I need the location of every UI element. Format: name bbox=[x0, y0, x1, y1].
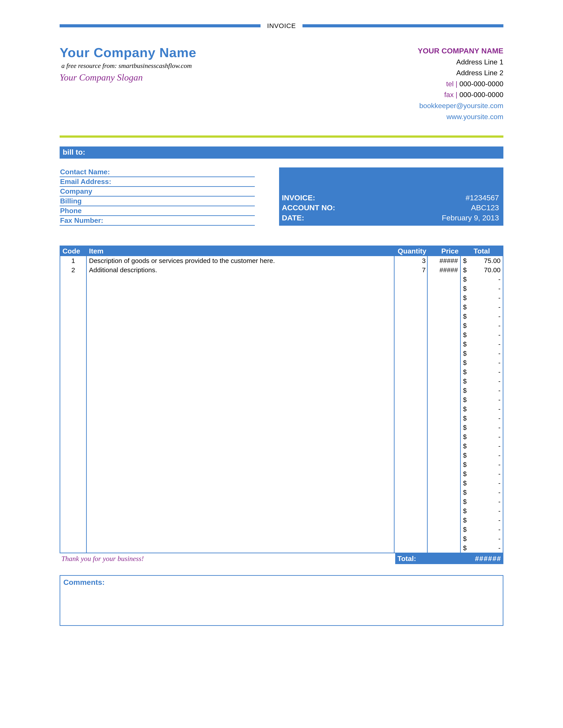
cell-item: Additional descriptions. bbox=[87, 265, 395, 275]
cell-item bbox=[87, 469, 395, 478]
invoice-meta-box: INVOICE:#1234567 ACCOUNT NO:ABC123 DATE:… bbox=[279, 167, 503, 226]
cell-price bbox=[428, 423, 461, 432]
table-row: 1Description of goods or services provid… bbox=[60, 256, 503, 265]
cell-item bbox=[87, 293, 395, 302]
divider-green bbox=[60, 135, 503, 138]
cell-code bbox=[60, 543, 87, 553]
table-row: $- bbox=[60, 497, 503, 506]
cell-qty bbox=[395, 516, 428, 525]
company-name-right: YOUR COMPANY NAME bbox=[418, 45, 503, 57]
company-slogan: Your Company Slogan bbox=[60, 72, 196, 83]
table-row: $- bbox=[60, 404, 503, 414]
cell-qty bbox=[395, 293, 428, 302]
cell-qty bbox=[395, 358, 428, 367]
cell-total: $- bbox=[461, 451, 503, 460]
cell-price bbox=[428, 506, 461, 516]
cell-price bbox=[428, 312, 461, 321]
field-contact: Contact Name: bbox=[60, 167, 255, 177]
cell-code bbox=[60, 367, 87, 377]
cell-qty bbox=[395, 478, 428, 488]
cell-code bbox=[60, 293, 87, 302]
cell-price bbox=[428, 404, 461, 414]
cell-code bbox=[60, 423, 87, 432]
cell-total: $- bbox=[461, 478, 503, 488]
cell-total: $- bbox=[461, 386, 503, 395]
cell-qty bbox=[395, 497, 428, 506]
table-row: $- bbox=[60, 488, 503, 497]
cell-item bbox=[87, 349, 395, 358]
cell-code bbox=[60, 506, 87, 516]
cell-total: $- bbox=[461, 349, 503, 358]
cell-total: $- bbox=[461, 321, 503, 330]
items-table: Code Item Quantity Price Total 1Descript… bbox=[60, 246, 503, 553]
cell-total: $- bbox=[461, 293, 503, 302]
invoice-number: #1234567 bbox=[466, 193, 499, 203]
field-email: Email Address: bbox=[60, 177, 255, 187]
cell-price bbox=[428, 432, 461, 441]
cell-price bbox=[428, 340, 461, 349]
cell-price bbox=[428, 497, 461, 506]
cell-qty bbox=[395, 525, 428, 534]
cell-item bbox=[87, 377, 395, 386]
cell-qty bbox=[395, 340, 428, 349]
col-item: Item bbox=[87, 246, 395, 256]
cell-code bbox=[60, 441, 87, 451]
fax-value: 000-000-0000 bbox=[458, 91, 503, 99]
title-bar-left bbox=[60, 24, 260, 27]
cell-price bbox=[428, 469, 461, 478]
cell-item bbox=[87, 460, 395, 469]
cell-total: $- bbox=[461, 395, 503, 404]
cell-qty bbox=[395, 312, 428, 321]
field-billing: Billing bbox=[60, 197, 255, 206]
invoice-date: February 9, 2013 bbox=[442, 213, 499, 223]
cell-item bbox=[87, 340, 395, 349]
cell-item bbox=[87, 414, 395, 423]
comments-label: Comments: bbox=[63, 578, 500, 587]
cell-qty bbox=[395, 460, 428, 469]
field-phone: Phone bbox=[60, 206, 255, 216]
table-row: $- bbox=[60, 377, 503, 386]
table-row: $- bbox=[60, 543, 503, 553]
cell-total: $- bbox=[461, 340, 503, 349]
cell-code bbox=[60, 275, 87, 284]
cell-total: $- bbox=[461, 414, 503, 423]
cell-total: $- bbox=[461, 367, 503, 377]
items-body: 1Description of goods or services provid… bbox=[60, 256, 503, 553]
cell-total: $- bbox=[461, 423, 503, 432]
cell-code bbox=[60, 395, 87, 404]
cell-qty bbox=[395, 377, 428, 386]
col-code: Code bbox=[60, 246, 87, 256]
cell-code bbox=[60, 478, 87, 488]
cell-code bbox=[60, 330, 87, 340]
table-row: $- bbox=[60, 302, 503, 312]
cell-price bbox=[428, 414, 461, 423]
table-row: $- bbox=[60, 460, 503, 469]
cell-item bbox=[87, 302, 395, 312]
cell-total: $- bbox=[461, 543, 503, 553]
cell-price bbox=[428, 284, 461, 293]
cell-qty bbox=[395, 284, 428, 293]
cell-price bbox=[428, 275, 461, 284]
cell-price bbox=[428, 395, 461, 404]
cell-item bbox=[87, 534, 395, 543]
cell-item bbox=[87, 395, 395, 404]
cell-qty bbox=[395, 386, 428, 395]
table-row: $- bbox=[60, 469, 503, 478]
cell-total: $- bbox=[461, 312, 503, 321]
cell-item bbox=[87, 312, 395, 321]
website-link: www.yoursite.com bbox=[418, 111, 503, 122]
account-label: ACCOUNT NO: bbox=[282, 203, 335, 213]
date-label: DATE: bbox=[282, 213, 304, 223]
table-row: $- bbox=[60, 534, 503, 543]
table-row: $- bbox=[60, 432, 503, 441]
field-company: Company bbox=[60, 187, 255, 197]
cell-item bbox=[87, 321, 395, 330]
cell-price bbox=[428, 543, 461, 553]
cell-item bbox=[87, 488, 395, 497]
cell-price bbox=[428, 293, 461, 302]
cell-total: $- bbox=[461, 404, 503, 414]
total-label: Total: bbox=[395, 553, 461, 564]
cell-item bbox=[87, 423, 395, 432]
cell-price bbox=[428, 534, 461, 543]
cell-code bbox=[60, 349, 87, 358]
